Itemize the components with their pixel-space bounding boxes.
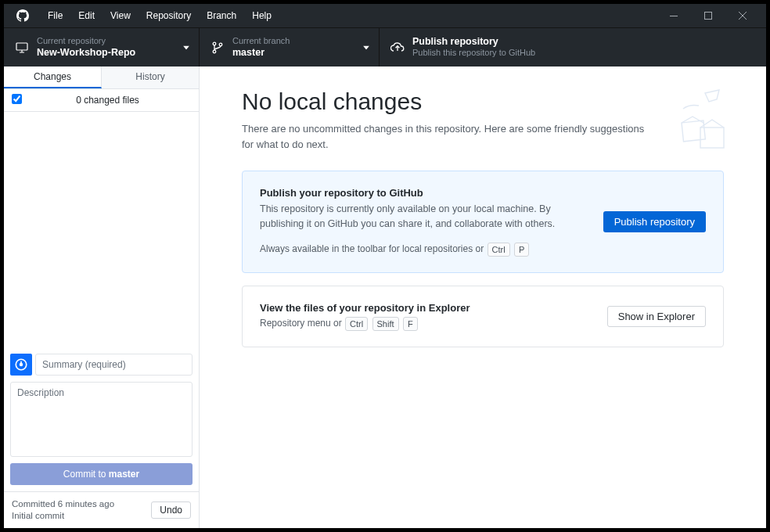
kbd-p: P [514,243,529,257]
toolbar: Current repository New-Workshop-Repo Cur… [4,27,766,66]
show-in-explorer-button[interactable]: Show in Explorer [607,306,706,327]
publish-card-title: Publish your repository to GitHub [260,187,603,199]
hero-illustration [644,88,730,159]
tab-history[interactable]: History [102,66,199,88]
kbd-f: F [403,317,418,331]
svg-point-2 [213,42,216,45]
svg-point-4 [219,43,222,46]
cloud-upload-icon [390,42,405,53]
desktop-icon [15,42,29,53]
tab-changes[interactable]: Changes [4,66,102,88]
menubar: File Edit View Repository Branch Help [4,4,766,27]
publish-subtitle: Publish this repository to GitHub [412,48,535,58]
branch-icon [210,41,225,54]
window-controls [657,4,760,27]
explorer-hint-text: Repository menu or [260,318,342,329]
minimize-button[interactable] [657,4,691,27]
branch-label: Current branch [232,36,290,46]
svg-rect-7 [682,120,705,142]
commit-button[interactable]: Commit to master [10,463,192,485]
files-header: 0 changed files [4,89,199,112]
menu-file[interactable]: File [40,4,70,27]
last-commit-time: Committed 6 minutes ago [12,498,114,510]
select-all-checkbox[interactable] [12,94,22,104]
chevron-down-icon [363,45,369,49]
svg-rect-0 [705,13,712,20]
last-commit-row: Committed 6 minutes ago Initial commit U… [4,491,199,528]
menu-edit[interactable]: Edit [70,4,103,27]
last-commit-message: Initial commit [12,510,114,522]
explorer-card-title: View the files of your repository in Exp… [260,302,607,314]
branch-selector[interactable]: Current branch master [200,28,380,66]
repo-name: New-Workshop-Repo [37,47,135,59]
avatar [10,354,32,376]
description-input[interactable]: Description [10,382,192,457]
publish-card-desc: This repository is currently only availa… [260,202,596,232]
repo-label: Current repository [37,36,135,46]
menu-help[interactable]: Help [244,4,279,27]
sidebar-tabs: Changes History [4,66,199,89]
main-panel: No local changes There are no uncommitte… [200,66,766,528]
kbd-ctrl: Ctrl [345,317,368,331]
kbd-ctrl: Ctrl [488,243,510,257]
svg-rect-1 [16,43,27,50]
repo-selector[interactable]: Current repository New-Workshop-Repo [4,28,200,66]
changed-files-count: 0 changed files [24,95,191,106]
explorer-card-hint: Repository menu or Ctrl Shift F [260,317,607,331]
close-button[interactable] [725,4,760,27]
menu-branch[interactable]: Branch [199,4,244,27]
publish-hint-text: Always available in the toolbar for loca… [260,243,484,254]
commit-button-branch: master [109,469,139,480]
commit-form: Summary (required) Description Commit to… [4,347,199,491]
summary-input[interactable]: Summary (required) [35,354,192,376]
publish-label: Publish repository [412,36,535,48]
file-list [4,112,199,347]
explorer-card: View the files of your repository in Exp… [242,286,724,347]
kbd-shift: Shift [372,317,399,331]
commit-button-prefix: Commit to [63,469,109,480]
menu-view[interactable]: View [103,4,139,27]
svg-point-6 [20,363,23,367]
menu-repository[interactable]: Repository [139,4,199,27]
publish-card: Publish your repository to GitHub This r… [242,171,724,273]
publish-card-hint: Always available in the toolbar for loca… [260,243,603,257]
branch-name: master [232,47,290,59]
maximize-button[interactable] [691,4,725,27]
chevron-down-icon [183,45,189,49]
undo-button[interactable]: Undo [151,501,191,519]
publish-repository-button[interactable]: Publish repository [603,211,706,232]
sidebar: Changes History 0 changed files Summary … [4,66,200,528]
publish-toolbar-button[interactable]: Publish repository Publish this reposito… [380,28,766,66]
page-subtitle: There are no uncommitted changes in this… [242,121,649,152]
menu-items: File Edit View Repository Branch Help [40,4,279,27]
github-logo-icon [16,9,29,22]
svg-point-3 [213,50,216,53]
